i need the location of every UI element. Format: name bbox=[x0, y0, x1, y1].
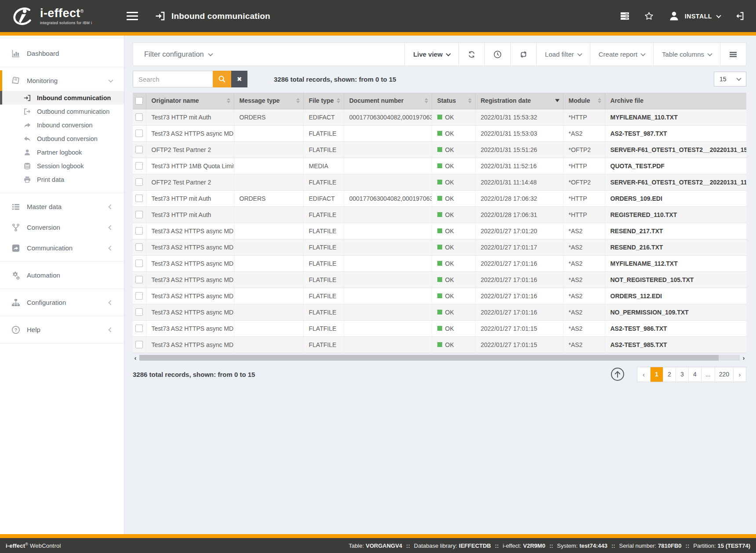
row-checkbox[interactable] bbox=[135, 227, 143, 235]
live-view-button[interactable]: Live view bbox=[404, 43, 458, 65]
column-header-status[interactable]: Status bbox=[432, 93, 475, 109]
row-checkbox[interactable] bbox=[135, 178, 143, 186]
sidebar-item-inbound-communication[interactable]: Inbound communication bbox=[0, 91, 124, 105]
sidebar-item-communication[interactable]: Communication bbox=[0, 238, 124, 258]
row-checkbox[interactable] bbox=[135, 341, 143, 348]
row-checkbox[interactable] bbox=[135, 308, 143, 316]
sidebar-item-session-logbook[interactable]: Session logbook bbox=[0, 159, 124, 173]
sort-toggle-icon bbox=[425, 98, 428, 103]
brand-tagline: integrated solutions for IBM i bbox=[40, 21, 92, 25]
row-checkbox[interactable] bbox=[135, 162, 143, 170]
scrollbar-thumb[interactable] bbox=[139, 355, 719, 361]
cell-module: *AS2 bbox=[563, 255, 605, 271]
brand-block: i-effect® integrated solutions for IBM i bbox=[40, 7, 92, 25]
schedule-button[interactable] bbox=[484, 43, 510, 65]
prev-page-button[interactable]: ‹ bbox=[637, 367, 650, 382]
sidebar-item-conversion[interactable]: Conversion bbox=[0, 217, 124, 238]
table-row[interactable]: Test73 AS2 HTTPS async MDNFLATFILEOK2022… bbox=[133, 239, 746, 255]
status-text: OK bbox=[445, 146, 454, 153]
server-icon[interactable] bbox=[620, 11, 630, 21]
table-row[interactable]: Test73 HTTP 1MB Quota LimitMEDIAOK2022/0… bbox=[133, 158, 746, 174]
user-menu[interactable]: INSTALL bbox=[668, 10, 720, 22]
sidebar-item-dashboard[interactable]: Dashboard bbox=[0, 43, 124, 64]
search-input[interactable] bbox=[133, 71, 213, 87]
row-checkbox[interactable] bbox=[135, 146, 143, 153]
page-2-button[interactable]: 2 bbox=[663, 367, 676, 382]
top-header: i-effect® integrated solutions for IBM i… bbox=[0, 0, 756, 32]
row-checkbox[interactable] bbox=[135, 195, 143, 202]
cell-originator: Test73 AS2 HTTPS async MDN bbox=[146, 255, 234, 271]
page-4-button[interactable]: 4 bbox=[688, 367, 701, 382]
cell-status: OK bbox=[432, 336, 475, 353]
column-header-file-type[interactable]: File type bbox=[303, 93, 344, 109]
page-3-button[interactable]: 3 bbox=[676, 367, 688, 382]
scroll-left-arrow[interactable]: ‹ bbox=[133, 354, 138, 361]
cell-document-number bbox=[344, 206, 432, 223]
table-row[interactable]: Test73 AS2 HTTPS async MDNFLATFILEOK2022… bbox=[133, 288, 746, 304]
sidebar-item-automation[interactable]: Automation bbox=[0, 265, 124, 286]
select-all-checkbox[interactable] bbox=[135, 97, 143, 105]
refresh-button[interactable] bbox=[458, 43, 484, 65]
search-button[interactable] bbox=[213, 71, 231, 87]
table-row[interactable]: OFTP2 Test Partner 2FLATFILEOK2022/01/31… bbox=[133, 174, 746, 190]
scroll-to-top-button[interactable] bbox=[611, 367, 625, 381]
sidebar-item-master-data[interactable]: Master data bbox=[0, 196, 124, 217]
clear-search-button[interactable]: ✖ bbox=[231, 71, 247, 87]
column-header-module[interactable]: Module bbox=[563, 93, 605, 109]
table-row[interactable]: Test73 AS2 HTTPS async MDNFLATFILEOK2022… bbox=[133, 320, 746, 336]
next-page-button[interactable]: › bbox=[733, 367, 746, 382]
main-area: DashboardMonitoringInbound communication… bbox=[0, 36, 756, 534]
auto-refresh-button[interactable] bbox=[510, 43, 536, 65]
page-size-select[interactable]: 15 bbox=[714, 72, 746, 87]
logout-icon[interactable] bbox=[734, 11, 745, 21]
sidebar-item-outbound-communication[interactable]: Outbound communication bbox=[0, 105, 124, 118]
table-row[interactable]: Test73 AS2 HTTPS async MDNFLATFILEOK2022… bbox=[133, 223, 746, 239]
table-row[interactable]: Test73 HTTP mit AuthORDERSEDIFACT0001770… bbox=[133, 109, 746, 125]
status-ok-indicator bbox=[437, 245, 442, 249]
scrollbar-track[interactable] bbox=[139, 355, 740, 361]
sidebar-item-inbound-conversion[interactable]: Inbound conversion bbox=[0, 118, 124, 132]
i-effect-logo[interactable]: i-effect® integrated solutions for IBM i bbox=[11, 5, 114, 28]
column-header-document-number[interactable]: Document number bbox=[344, 93, 432, 109]
sidebar-item-partner-logbook[interactable]: Partner logbook bbox=[0, 145, 124, 159]
sidebar-item-configuration[interactable]: Configuration bbox=[0, 292, 124, 313]
filter-configuration-dropdown[interactable]: Filter configuration bbox=[133, 43, 223, 65]
column-header-originator-name[interactable]: Originator name bbox=[146, 93, 234, 109]
column-header-message-type[interactable]: Message type bbox=[234, 93, 303, 109]
page-ellipsis-button[interactable]: ... bbox=[701, 367, 715, 382]
table-row[interactable]: OFTP2 Test Partner 2FLATFILEOK2022/01/31… bbox=[133, 141, 746, 158]
row-checkbox[interactable] bbox=[135, 113, 143, 121]
cell-archive-file: QUOTA_TEST.PDF bbox=[605, 158, 746, 174]
row-checkbox[interactable] bbox=[135, 276, 143, 283]
favorites-star-icon[interactable] bbox=[644, 11, 654, 21]
row-checkbox[interactable] bbox=[135, 325, 143, 332]
view-list-button[interactable] bbox=[720, 43, 746, 65]
create-report-button[interactable]: Create report bbox=[590, 43, 653, 65]
column-header-registration-date[interactable]: Registration date bbox=[475, 93, 563, 109]
cell-originator: Test73 AS2 HTTPS async MDN bbox=[146, 125, 234, 141]
table-row[interactable]: Test73 AS2 HTTPS async MDNFLATFILEOK2022… bbox=[133, 271, 746, 288]
sidebar-item-help[interactable]: ?Help bbox=[0, 319, 124, 340]
sidebar-item-monitoring[interactable]: Monitoring bbox=[0, 70, 124, 91]
table-row[interactable]: Test73 HTTP mit AuthORDERSEDIFACT0001770… bbox=[133, 190, 746, 206]
segment-label: Serial number: bbox=[619, 542, 657, 549]
sidebar-item-print-data[interactable]: Print data bbox=[0, 173, 124, 186]
row-checkbox[interactable] bbox=[135, 130, 143, 137]
table-row[interactable]: Test73 AS2 HTTPS async MDNFLATFILEOK2022… bbox=[133, 304, 746, 320]
table-row[interactable]: Test73 AS2 HTTPS async MDNFLATFILEOK2022… bbox=[133, 336, 746, 353]
row-checkbox[interactable] bbox=[135, 211, 143, 218]
load-filter-button[interactable]: Load filter bbox=[536, 43, 590, 65]
table-row[interactable]: Test73 HTTP mit AuthFLATFILEOK2022/01/28… bbox=[133, 206, 746, 223]
cell-file-type: EDIFACT bbox=[303, 190, 344, 206]
row-checkbox[interactable] bbox=[135, 260, 143, 267]
table-columns-button[interactable]: Table columns bbox=[653, 43, 720, 65]
row-checkbox[interactable] bbox=[135, 243, 143, 251]
sidebar-item-outbound-conversion[interactable]: Outbound conversion bbox=[0, 132, 124, 145]
table-row[interactable]: Test73 AS2 HTTPS async MDNFLATFILEOK2022… bbox=[133, 125, 746, 141]
page-1-button[interactable]: 1 bbox=[650, 367, 663, 382]
table-row[interactable]: Test73 AS2 HTTPS async MDNFLATFILEOK2022… bbox=[133, 255, 746, 271]
row-checkbox[interactable] bbox=[135, 292, 143, 300]
page-220-button[interactable]: 220 bbox=[715, 367, 733, 382]
menu-toggle-button[interactable] bbox=[126, 8, 139, 24]
scroll-right-arrow[interactable]: › bbox=[741, 354, 746, 361]
